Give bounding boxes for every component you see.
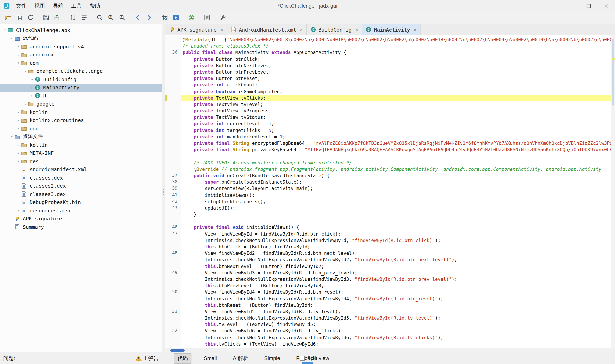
- view-mode-smali-button[interactable]: Smali: [200, 353, 221, 363]
- tree-item-classes3-dex[interactable]: classes3.dex: [0, 190, 162, 198]
- tree-item-android-support-v4[interactable]: ▸android.support.v4: [0, 42, 162, 51]
- tab-close-icon[interactable]: ×: [414, 26, 417, 33]
- export-button[interactable]: [52, 13, 62, 23]
- close-button[interactable]: [597, 0, 615, 12]
- tree-item-clickchallenge-apk[interactable]: ▾ClickChallenge.apk: [0, 26, 162, 34]
- minimize-button[interactable]: [562, 0, 580, 12]
- tree-item-debugprobeskt-bin[interactable]: DebugProbesKt.bin: [0, 198, 162, 206]
- maximize-button[interactable]: [580, 0, 597, 12]
- chevron-down-icon[interactable]: ▾: [23, 69, 28, 73]
- vertical-scrollbar-thumb[interactable]: [612, 39, 614, 106]
- main-area: ▾ClickChallenge.apk▾源代码▸android.support.…: [0, 24, 615, 352]
- tree-item-summary[interactable]: Summary: [0, 223, 162, 231]
- code-text: View findViewById = findViewById(R.id.bt…: [181, 231, 615, 237]
- line-number: [165, 134, 181, 140]
- flat-packages-button[interactable]: [79, 13, 89, 23]
- chevron-right-icon[interactable]: ▸: [16, 45, 21, 49]
- certificate-icon: [14, 216, 21, 221]
- text-search-button[interactable]: a: [106, 13, 116, 23]
- menu-navigation[interactable]: 导航: [49, 0, 67, 12]
- open-file-button[interactable]: [3, 13, 13, 23]
- preferences-button[interactable]: [217, 13, 228, 23]
- view-mode-ai-parse-button[interactable]: AI解析: [229, 353, 252, 364]
- quark-button[interactable]: [186, 13, 197, 23]
- tree-item-google[interactable]: ▸google: [0, 100, 162, 108]
- chevron-right-icon[interactable]: ▸: [16, 151, 21, 155]
- tree-item-kotlinx-coroutines[interactable]: ▸kotlinx.coroutines: [0, 116, 162, 124]
- chevron-right-icon[interactable]: ▸: [16, 53, 21, 57]
- chevron-right-icon[interactable]: ▸: [30, 78, 35, 81]
- tree-item-r[interactable]: ▸CR: [0, 91, 162, 100]
- tree-item-example-clickchallenge[interactable]: ▾example.clickchallenge: [0, 67, 162, 75]
- class-icon: C: [366, 27, 372, 32]
- chevron-down-icon[interactable]: ▾: [2, 28, 8, 32]
- editor-horizontal-scrollbar[interactable]: [165, 348, 615, 352]
- tree-item-resources-arsc[interactable]: ▸resources.arsc: [0, 206, 162, 215]
- warnings-button[interactable]: 1 警告: [135, 355, 165, 362]
- chevron-right-icon[interactable]: ▸: [16, 127, 21, 130]
- tree-item-buildconfig[interactable]: ▸CBuildConfig: [0, 75, 162, 83]
- tree-item-com[interactable]: ▾com: [0, 59, 162, 67]
- back-button[interactable]: [133, 13, 143, 23]
- tree-item-androidx[interactable]: ▸androidx: [0, 51, 162, 59]
- menu-tools[interactable]: 工具: [67, 0, 86, 12]
- tree-item-kotlin[interactable]: ▸kotlin: [0, 108, 162, 116]
- menu-file[interactable]: 文件: [12, 0, 30, 12]
- view-mode-simple-button[interactable]: Simple: [261, 353, 284, 363]
- class-search-icon: c: [119, 14, 126, 22]
- tree-item-org[interactable]: ▸org: [0, 124, 162, 133]
- code-line: 50 View findViewById4 = findViewById(R.i…: [165, 289, 615, 295]
- select-class-button[interactable]: [171, 13, 181, 23]
- chevron-right-icon[interactable]: ▸: [30, 86, 35, 90]
- tab-apk-signature[interactable]: APK signature×: [166, 24, 227, 35]
- tree-item-androidmanifest-xml[interactable]: <>AndroidManifest.xml: [0, 165, 162, 174]
- tab-close-icon[interactable]: ×: [300, 26, 303, 33]
- tree-item-classes-dex[interactable]: classes.dex: [0, 174, 162, 182]
- tree-item-resources[interactable]: ▾资源文件: [0, 133, 162, 141]
- menu-help[interactable]: 帮助: [86, 0, 104, 12]
- chevron-right-icon[interactable]: ▸: [23, 102, 28, 106]
- tree-item-res-kotlin[interactable]: ▸kotlin: [0, 141, 162, 149]
- code-text: initializeViews();: [181, 192, 615, 198]
- view-mode-code-button[interactable]: 代码: [174, 353, 191, 364]
- code-text: private Button btnNextLevel;: [181, 62, 615, 69]
- chevron-right-icon[interactable]: ▸: [30, 94, 35, 98]
- tab-close-icon[interactable]: ×: [355, 26, 358, 33]
- menu-view[interactable]: 视图: [30, 0, 49, 12]
- code-line: Intrinsics.checkNotNullExpressionValue(f…: [165, 334, 615, 341]
- chevron-down-icon[interactable]: ▾: [16, 61, 21, 65]
- inspect-button[interactable]: [159, 13, 170, 23]
- tab-buildconfig[interactable]: CBuildConfig×: [307, 24, 362, 35]
- xml-file-icon: <>: [231, 27, 237, 32]
- log-button[interactable]: [202, 13, 212, 23]
- tab-mainactivity[interactable]: CMainActivity×: [362, 24, 421, 35]
- chevron-right-icon[interactable]: ▸: [16, 110, 21, 114]
- tree-item-res[interactable]: ▸res: [0, 157, 162, 165]
- reload-button[interactable]: [25, 13, 36, 23]
- chevron-down-icon[interactable]: ▾: [9, 36, 14, 40]
- tree-item-classes2-dex[interactable]: classes2.dex: [0, 182, 162, 190]
- tab-close-icon[interactable]: ×: [220, 26, 223, 33]
- chevron-right-icon[interactable]: ▸: [16, 143, 21, 147]
- editor-vertical-scrollbar[interactable]: [611, 35, 615, 348]
- chevron-right-icon[interactable]: ▸: [16, 118, 21, 122]
- chevron-right-icon[interactable]: ▸: [16, 208, 21, 213]
- add-files-button[interactable]: [14, 13, 24, 23]
- chevron-right-icon[interactable]: ▸: [16, 159, 21, 163]
- panel-splitter[interactable]: [162, 24, 165, 352]
- splitter-grip-icon[interactable]: [163, 188, 164, 188]
- save-all-button[interactable]: [41, 13, 51, 23]
- search-button[interactable]: [95, 13, 105, 23]
- tab-androidmanifest-xml[interactable]: <>AndroidManifest.xml×: [227, 24, 307, 35]
- split-view-checkbox[interactable]: [300, 356, 305, 361]
- chevron-down-icon[interactable]: ▾: [9, 135, 14, 139]
- forward-button[interactable]: [144, 13, 154, 23]
- tree-item-apk-signature[interactable]: APK signature: [0, 215, 162, 223]
- tree-item-mainactivity[interactable]: ▸CMainActivity: [0, 83, 162, 91]
- tree-item-meta-inf[interactable]: ▸META-INF: [0, 149, 162, 157]
- code-editor[interactable]: @Metadata(d1 = {"\u0000B\n\u0002\u0018\u…: [165, 35, 615, 348]
- sync-button[interactable]: [68, 13, 78, 23]
- tree-item-source-code[interactable]: ▾源代码: [0, 34, 162, 42]
- horizontal-scrollbar-thumb[interactable]: [170, 349, 185, 351]
- class-search-button[interactable]: c: [117, 13, 127, 23]
